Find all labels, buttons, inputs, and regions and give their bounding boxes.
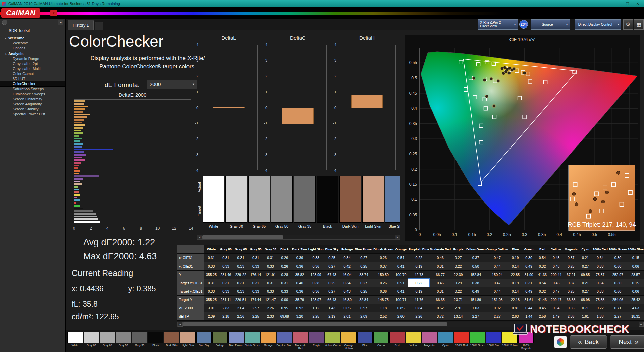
nav-group-analysis[interactable]: ▸Analysis [0,51,65,56]
table-cell: 100.71 [393,295,408,304]
swatch-scrollbar[interactable]: ◄ ► [197,235,400,240]
patch-gray-65[interactable]: Gray 65 [99,330,115,352]
table-cell: 0.22 [408,253,429,262]
table-cell: 0.30 [522,253,536,262]
settings-gear-button[interactable]: ⚙ [623,19,633,30]
selected-cell[interactable]: 0.22 [408,279,429,287]
scroll-right-icon[interactable]: ► [395,235,400,239]
sidebar-item-grayscale-multi[interactable]: Grayscale - Multi [0,66,65,71]
patch-label: 100% Magenta [518,344,534,350]
scrollbar-thumb[interactable] [202,235,283,239]
patch-yellow[interactable]: Yellow [405,330,421,352]
nav-group-welcome[interactable]: ▸Welcome [0,35,65,41]
patch-magenta[interactable]: Magenta [421,330,437,352]
patch-white[interactable]: White [67,330,83,352]
tab-history-1[interactable]: History 1 [68,20,94,30]
axis-tick-label: 0 [330,106,336,110]
scroll-left-icon[interactable]: ◄ [197,235,202,239]
measured-point [502,72,505,75]
patch-moderate-red[interactable]: Moderate Red [292,330,309,352]
patch-foliage[interactable]: Foliage [212,330,228,352]
maximize-button[interactable]: ❐ [623,0,633,7]
dropdown-arrow-icon[interactable]: ▼ [564,20,570,29]
current-fl-value: fL: 35.8 [72,300,98,309]
patch-purplish-blue[interactable]: Purplish Blue [276,330,292,352]
scroll-left-icon[interactable]: ◄ [178,322,183,327]
sidebar-item-3d-lut[interactable]: 3D LUT [0,76,65,81]
patch-purple[interactable]: Purple [309,330,325,352]
display-control-dropdown[interactable]: Direct Display Control ▼ [575,19,621,30]
sidebar-item-screen-uniformity[interactable]: Screen Uniformity [0,97,65,102]
display-settings-button[interactable]: ▦ [634,19,644,30]
swatch-label: Blue Sky [385,224,400,228]
next-button[interactable]: Next » [610,335,644,349]
sidebar-item-screen-stability[interactable]: Screen Stability [0,107,65,112]
meter-dropdown[interactable]: X-Rite i1Pro 2 Direct View ▼ [478,19,518,30]
patch-red[interactable]: Red [389,330,405,352]
de-formula-dropdown[interactable]: 2000 ▼ [147,80,197,89]
col-header-orange: Orange [393,245,408,253]
toolkit-title: SDR Toolkit [9,28,65,33]
dropdown-arrow-icon[interactable]: ▼ [512,20,518,29]
scrollbar-thumb[interactable] [183,322,447,326]
patch-bluish-green[interactable]: Bluish Green [244,330,260,352]
patch-gray-35[interactable]: Gray 35 [131,330,148,352]
sidebar-item-screen-angularity[interactable]: Screen Angularity [0,102,65,107]
table-cell: 0.31 [248,279,263,287]
axis-tick-label: 0.25 [503,232,511,237]
sidebar-item-grayscale-2pt[interactable]: Grayscale - 2pt [0,61,65,66]
close-button[interactable]: ✕ [633,0,643,7]
sidebar-collapse-button[interactable]: ◄ [58,20,63,25]
patch-label: Gray 80 [83,344,99,347]
sidebar-home-button[interactable] [2,20,7,25]
patch-orange[interactable]: Orange [260,330,276,352]
axis-tick-label: 0.55 [608,232,616,237]
sidebar-item-options[interactable]: Options [0,46,65,51]
patch-black[interactable]: Black [148,330,164,352]
calman-logo[interactable]: CalMAN [1,8,40,18]
sidebar-item-color-gamut[interactable]: Color Gamut [0,71,65,76]
swatch-label: Gray 65 [248,224,270,228]
scroll-right-icon[interactable]: ► [639,322,644,327]
page-title: ColorChecker [69,32,163,50]
back-button[interactable]: « Back [570,335,607,349]
patch-100-green[interactable]: 100% Green [470,330,486,352]
sidebar-item-colorchecker[interactable]: ColorChecker [0,81,65,86]
source-dropdown[interactable]: Source ▼ [531,19,570,30]
de-bar [74,165,79,166]
minimize-button[interactable]: ─ [612,0,623,7]
patch-100-red[interactable]: 100% Red [453,330,470,352]
col-header-black: Black [278,245,291,253]
table-cell: 0.31 [204,279,218,287]
patch-blue-flower[interactable]: Blue Flower [228,330,244,352]
patch-color [277,332,292,343]
patch-blue-sky[interactable]: Blue Sky [196,330,212,352]
meter-count-badge[interactable]: 234 [519,20,528,29]
patch-blue[interactable]: Blue [357,330,373,352]
table-cell: 2.27 [465,312,486,320]
calman-mini-logo-button[interactable] [554,336,567,348]
patch-yellow-green[interactable]: Yellow Green [325,330,341,352]
new-tab-stub[interactable] [95,22,103,30]
patch-gray-50[interactable]: Gray 50 [115,330,131,352]
table-cell: 0.22 [451,262,465,270]
patch-green[interactable]: Green [373,330,389,352]
table-cell: 0.52 [429,304,451,312]
patch-cyan[interactable]: Cyan [437,330,453,352]
patch-label: Foliage [212,344,228,347]
patch-gray-80[interactable]: Gray 80 [83,330,99,352]
de-chart-xaxis: 02468101214 [74,226,195,231]
patch-dark-skin[interactable]: Dark Skin [164,330,180,352]
patch-100-blue[interactable]: 100% Blue [486,330,502,352]
sidebar-item-welcome[interactable]: Welcome [0,41,65,46]
sidebar-item-luminance-sweeps[interactable]: Luminance Sweeps [0,92,65,97]
patch-orange-yellow[interactable]: Orange Yellow [341,330,357,352]
tab-strip: History 1 X-Rite i1Pro 2 Direct View ▼ 2… [66,19,644,30]
patch-light-skin[interactable]: Light Skin [180,330,196,352]
table-cell: 0.47 [549,287,563,295]
logo-menu-arrow-icon[interactable]: ▼ [50,10,57,16]
sidebar-item-dynamic-range[interactable]: Dynamic Range [0,56,65,61]
sidebar-item-spectral-power-dist[interactable]: Spectral Power Dist. [0,112,65,117]
sidebar-item-saturation-sweeps[interactable]: Saturation Sweeps [0,86,65,92]
dropdown-arrow-icon[interactable]: ▼ [615,20,621,29]
